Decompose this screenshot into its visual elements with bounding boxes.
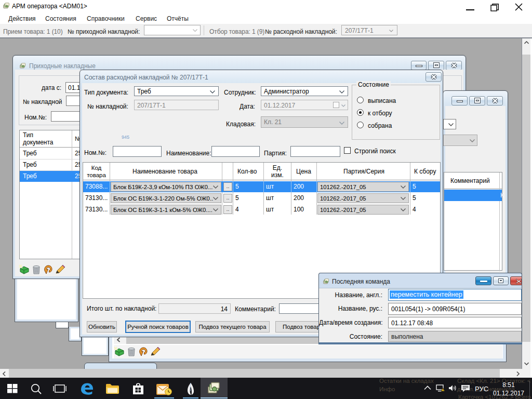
svg-text:!: ! <box>443 388 444 391</box>
